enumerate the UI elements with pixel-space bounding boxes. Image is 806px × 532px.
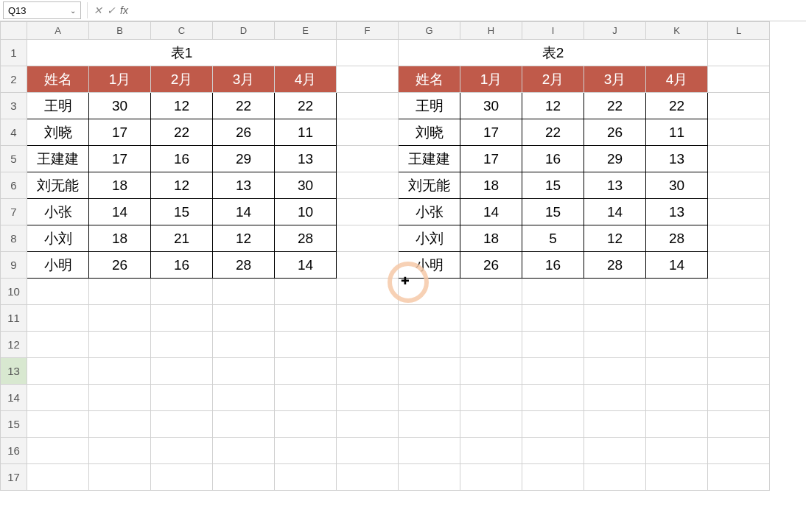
cell-D15[interactable]: [213, 411, 275, 438]
cell-C8[interactable]: 21: [151, 225, 213, 252]
cell-I5[interactable]: 16: [522, 146, 584, 172]
cell-J12[interactable]: [584, 332, 646, 358]
cell-K16[interactable]: [646, 438, 708, 464]
row-header-2[interactable]: 2: [1, 66, 27, 93]
cell-J13[interactable]: [584, 358, 646, 385]
cell-L11[interactable]: [708, 305, 770, 332]
cell-A15[interactable]: [27, 411, 89, 438]
cell-I17[interactable]: [522, 464, 584, 491]
col-header-L[interactable]: L: [708, 22, 770, 40]
cell-C3[interactable]: 12: [151, 93, 213, 119]
cell-A1[interactable]: 表1: [27, 40, 337, 66]
cell-G10[interactable]: [399, 279, 460, 305]
cell-H17[interactable]: [460, 464, 522, 491]
cell-D5[interactable]: 29: [213, 146, 275, 172]
cell-F14[interactable]: [337, 385, 399, 411]
cell-D9[interactable]: 28: [213, 252, 275, 279]
col-header-K[interactable]: K: [646, 22, 708, 40]
cell-B13[interactable]: [89, 358, 151, 385]
cell-B10[interactable]: [89, 279, 151, 305]
cell-L14[interactable]: [708, 385, 770, 411]
cell-L13[interactable]: [708, 358, 770, 385]
cell-B3[interactable]: 30: [89, 93, 151, 119]
cell-C9[interactable]: 16: [151, 252, 213, 279]
cell-B15[interactable]: [89, 411, 151, 438]
cell-K12[interactable]: [646, 332, 708, 358]
cell-J15[interactable]: [584, 411, 646, 438]
cell-A13[interactable]: [27, 358, 89, 385]
cell-G8[interactable]: 小刘: [399, 225, 460, 252]
row-header-3[interactable]: 3: [1, 93, 27, 119]
cell-G3[interactable]: 王明: [399, 93, 460, 119]
cell-J10[interactable]: [584, 279, 646, 305]
cell-K13[interactable]: [646, 358, 708, 385]
cell-H2[interactable]: 1月: [460, 66, 522, 93]
cell-L10[interactable]: [708, 279, 770, 305]
cell-F10[interactable]: [337, 279, 399, 305]
cell-K17[interactable]: [646, 464, 708, 491]
cell-I16[interactable]: [522, 438, 584, 464]
cell-J2[interactable]: 3月: [584, 66, 646, 93]
cell-A4[interactable]: 刘晓: [27, 119, 89, 146]
cell-E12[interactable]: [275, 332, 337, 358]
fx-icon[interactable]: fx: [120, 4, 133, 16]
cell-K2[interactable]: 4月: [646, 66, 708, 93]
cell-G17[interactable]: [399, 464, 460, 491]
cell-K6[interactable]: 30: [646, 172, 708, 199]
cell-K4[interactable]: 11: [646, 119, 708, 146]
cell-G16[interactable]: [399, 438, 460, 464]
formula-input[interactable]: [136, 2, 806, 18]
cell-L3[interactable]: [708, 93, 770, 119]
cell-A6[interactable]: 刘无能: [27, 172, 89, 199]
cancel-icon[interactable]: ✕: [94, 4, 102, 16]
cell-C15[interactable]: [151, 411, 213, 438]
row-header-11[interactable]: 11: [1, 305, 27, 332]
cell-E9[interactable]: 14: [275, 252, 337, 279]
cell-J7[interactable]: 14: [584, 199, 646, 225]
cell-K3[interactable]: 22: [646, 93, 708, 119]
cell-D14[interactable]: [213, 385, 275, 411]
col-header-B[interactable]: B: [89, 22, 151, 40]
cell-C14[interactable]: [151, 385, 213, 411]
cell-A10[interactable]: [27, 279, 89, 305]
chevron-down-icon[interactable]: ⌄: [70, 7, 76, 15]
cell-H16[interactable]: [460, 438, 522, 464]
cell-F8[interactable]: [337, 225, 399, 252]
cell-I4[interactable]: 22: [522, 119, 584, 146]
cell-H4[interactable]: 17: [460, 119, 522, 146]
cell-D3[interactable]: 22: [213, 93, 275, 119]
cell-F4[interactable]: [337, 119, 399, 146]
cell-H10[interactable]: [460, 279, 522, 305]
cell-D17[interactable]: [213, 464, 275, 491]
cell-B5[interactable]: 17: [89, 146, 151, 172]
cell-I7[interactable]: 15: [522, 199, 584, 225]
cell-J16[interactable]: [584, 438, 646, 464]
cell-G12[interactable]: [399, 332, 460, 358]
cell-B11[interactable]: [89, 305, 151, 332]
cell-B6[interactable]: 18: [89, 172, 151, 199]
cell-J17[interactable]: [584, 464, 646, 491]
col-header-E[interactable]: E: [275, 22, 337, 40]
cell-D16[interactable]: [213, 438, 275, 464]
cell-D11[interactable]: [213, 305, 275, 332]
cell-H13[interactable]: [460, 358, 522, 385]
cell-G14[interactable]: [399, 385, 460, 411]
cell-E6[interactable]: 30: [275, 172, 337, 199]
row-header-5[interactable]: 5: [1, 146, 27, 172]
col-header-J[interactable]: J: [584, 22, 646, 40]
accept-icon[interactable]: ✓: [107, 4, 116, 16]
col-header-D[interactable]: D: [213, 22, 275, 40]
cell-D10[interactable]: [213, 279, 275, 305]
cell-E11[interactable]: [275, 305, 337, 332]
cell-E4[interactable]: 11: [275, 119, 337, 146]
cell-C7[interactable]: 15: [151, 199, 213, 225]
cell-G11[interactable]: [399, 305, 460, 332]
cell-K7[interactable]: 13: [646, 199, 708, 225]
cell-J4[interactable]: 26: [584, 119, 646, 146]
cell-L2[interactable]: [708, 66, 770, 93]
cell-A11[interactable]: [27, 305, 89, 332]
cell-H12[interactable]: [460, 332, 522, 358]
cell-C16[interactable]: [151, 438, 213, 464]
cell-B8[interactable]: 18: [89, 225, 151, 252]
cell-B4[interactable]: 17: [89, 119, 151, 146]
